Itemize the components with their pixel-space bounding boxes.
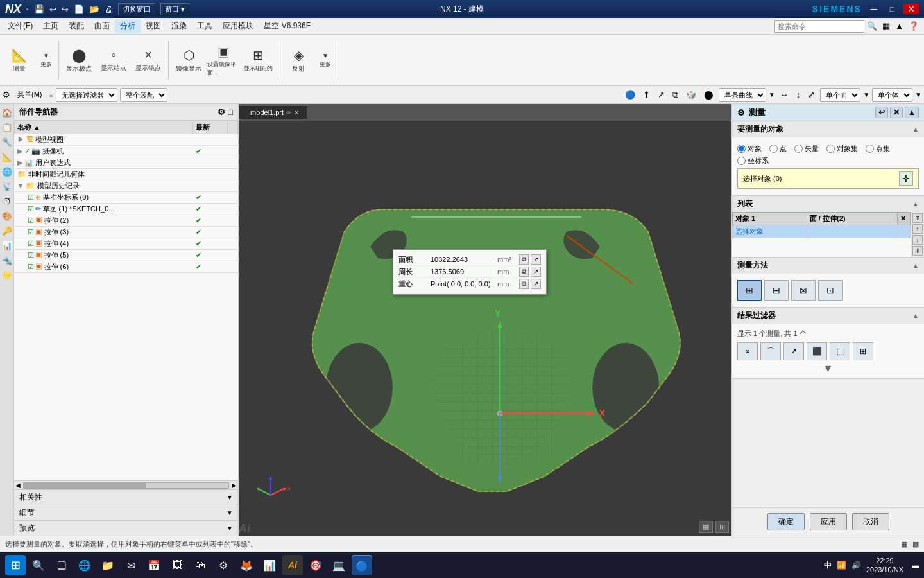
status-panel-icon[interactable]: ▩ [912, 540, 919, 548]
method-icon-4[interactable]: ⊡ [818, 280, 843, 301]
nav-extrude5[interactable]: ☑▣ 拉伸 (5) ✔ [15, 250, 238, 261]
window-btn[interactable]: 窗口 ▾ [160, 3, 189, 15]
select-object-box[interactable]: 选择对象 (0) ✛ [737, 168, 919, 189]
method-icon-1[interactable]: ⊞ [737, 280, 762, 301]
more-btn-2[interactable]: ▼ 更多 [316, 40, 334, 81]
left-icon-1[interactable]: 🏠 [1, 107, 13, 119]
print-btn[interactable]: 🖨 [105, 4, 113, 14]
show-group-dist-btn[interactable]: ⊞ 显示组距的 [241, 40, 275, 81]
list-move-up-btn[interactable]: ↑ [912, 224, 923, 234]
face-select[interactable]: 单个面 [820, 88, 860, 102]
minimize-btn[interactable]: ─ [867, 4, 881, 14]
sidebar-settings-icon[interactable]: ⚙ [218, 107, 225, 117]
model-tab[interactable]: _model1.prt ✏ ✕ [239, 106, 307, 119]
menu-surface[interactable]: 曲面 [89, 19, 115, 33]
filter-icon-6[interactable]: ⊞ [853, 342, 873, 360]
scroll-left[interactable]: ◀ [14, 482, 22, 489]
left-icon-4[interactable]: 📐 [1, 151, 13, 163]
list-move-bottom-btn[interactable]: ⇓ [912, 246, 923, 256]
arrow-up-btn[interactable]: ▲ [893, 21, 906, 31]
show-poles-btn[interactable]: ⬤ 显示极点 [62, 40, 96, 81]
detail-section[interactable]: 细节 ▼ [14, 505, 238, 520]
menu-home[interactable]: 主页 [38, 19, 64, 33]
left-icon-9[interactable]: 🔑 [1, 225, 13, 237]
panel-settings-icon[interactable]: ⚙ [737, 108, 745, 118]
nav-base-cs[interactable]: ☑⊕ 基准坐标系 (0) ✔ [15, 192, 238, 204]
search-btn[interactable]: 🔍 [864, 21, 880, 31]
layout-btn[interactable]: ▦ [880, 21, 893, 31]
maximize-btn[interactable]: □ [886, 4, 898, 13]
scope-dropdown[interactable]: 整个装配 [120, 88, 167, 102]
toolbar-quick-save[interactable]: 💾 [34, 4, 44, 14]
nav-model-view[interactable]: ▶ 🏗 模型视图 [15, 134, 238, 146]
tray-volume[interactable]: 🔊 [851, 561, 861, 570]
radio-point[interactable]: 点 [769, 144, 787, 153]
filter-icon-1[interactable]: ✕ [737, 342, 758, 360]
menu-file[interactable]: 文件(F) [3, 19, 38, 33]
panel-close-btn[interactable]: ✕ [890, 107, 903, 118]
area-copy-btn[interactable]: ⧉ [519, 254, 529, 265]
list-move-down-btn[interactable]: ↓ [912, 235, 923, 245]
nav-extrude2[interactable]: ☑▣ 拉伸 (2) ✔ [15, 215, 238, 227]
taskbar-app1[interactable]: 📊 [259, 555, 280, 575]
new-btn[interactable]: 📄 [74, 4, 84, 14]
taskbar-folder[interactable]: 📁 [98, 555, 118, 575]
nav-extrude6[interactable]: ☑▣ 拉伸 (6) ✔ [15, 261, 238, 273]
close-btn[interactable]: ✕ [903, 4, 919, 14]
snap-btn[interactable]: 🔵 [622, 89, 638, 101]
panel-collapse-btn[interactable]: ▲ [905, 107, 919, 118]
open-btn[interactable]: 📂 [89, 4, 99, 14]
apply-btn[interactable]: 应用 [810, 513, 847, 530]
radio-coord-sys[interactable]: 坐标系 [737, 156, 769, 166]
left-icon-2[interactable]: 📋 [1, 121, 13, 134]
radio-object[interactable]: 对象 [737, 144, 762, 153]
filter-icon-5[interactable]: ⬚ [830, 342, 850, 360]
nav-non-time[interactable]: 📁 非时间戳记几何体 [15, 169, 238, 180]
more-btn-1[interactable]: ▼ 更多 [37, 40, 55, 81]
left-icon-5[interactable]: 🌐 [1, 166, 13, 178]
menu-render[interactable]: 渲染 [166, 19, 192, 33]
sphere-btn[interactable]: ⬤ [701, 89, 716, 101]
method-icon-3[interactable]: ⊠ [791, 280, 816, 301]
menu-analysis[interactable]: 分析 [115, 19, 141, 33]
nav-extrude3[interactable]: ☑▣ 拉伸 (3) ✔ [15, 227, 238, 238]
layer-btn[interactable]: ⧉ [670, 89, 681, 101]
tb-more1[interactable]: ↔ [778, 89, 791, 101]
taskbar-nx-active[interactable]: 🔵 [352, 555, 372, 575]
3d-viewport[interactable]: X Y 面积 10322.2643 [239, 121, 732, 536]
taskbar-app4[interactable]: 💻 [329, 555, 349, 575]
related-section[interactable]: 相关性 ▼ [14, 489, 238, 505]
taskbar-search[interactable]: 🔍 [28, 555, 49, 575]
redo-btn[interactable]: ↪ [62, 4, 69, 14]
taskbar-settings[interactable]: ⚙ [213, 555, 234, 575]
status-grid-icon[interactable]: ▦ [901, 540, 907, 548]
windows-start-btn[interactable]: ⊞ [5, 555, 26, 575]
left-icon-7[interactable]: ⏱ [1, 195, 12, 207]
filter-section-header[interactable]: 结果过滤器 ▲ [732, 308, 924, 324]
left-icon-11[interactable]: 🔩 [1, 254, 13, 267]
menu-view[interactable]: 视图 [141, 19, 166, 33]
settings-icon[interactable]: ⚙ [3, 90, 10, 100]
list-section-header[interactable]: 列表 ▲ [732, 196, 924, 212]
show-desktop-btn[interactable]: ▬ [909, 561, 919, 569]
left-icon-8[interactable]: 🎨 [1, 210, 13, 222]
sidebar-maximize-icon[interactable]: □ [228, 107, 233, 117]
search-input[interactable] [774, 20, 864, 33]
menu-tools[interactable]: 工具 [192, 19, 218, 33]
cube-btn[interactable]: 🎲 [683, 89, 699, 101]
panel-restore-btn[interactable]: ↩ [875, 107, 888, 118]
confirm-btn[interactable]: 确定 [767, 513, 805, 530]
preview-section[interactable]: 预览 ▼ [14, 520, 238, 536]
left-icon-12[interactable]: 🌟 [1, 269, 13, 281]
list-move-top-btn[interactable]: ⇑ [912, 213, 923, 223]
taskbar-photos[interactable]: 🖼 [167, 555, 187, 575]
radio-vector[interactable]: 矢量 [794, 144, 819, 153]
left-icon-10[interactable]: 📊 [1, 240, 13, 252]
sidebar-scrollbar[interactable]: ◀ ▶ [14, 480, 238, 489]
taskbar-calendar[interactable]: 📅 [144, 555, 164, 575]
scroll-right[interactable]: ▶ [230, 482, 238, 489]
measure-btn[interactable]: 📐 测量 [3, 40, 36, 81]
arr-btn[interactable]: ↗ [655, 89, 667, 101]
show-knots-btn[interactable]: ◦ 显示结点 [97, 40, 130, 81]
help-btn[interactable]: ❓ [906, 21, 921, 31]
